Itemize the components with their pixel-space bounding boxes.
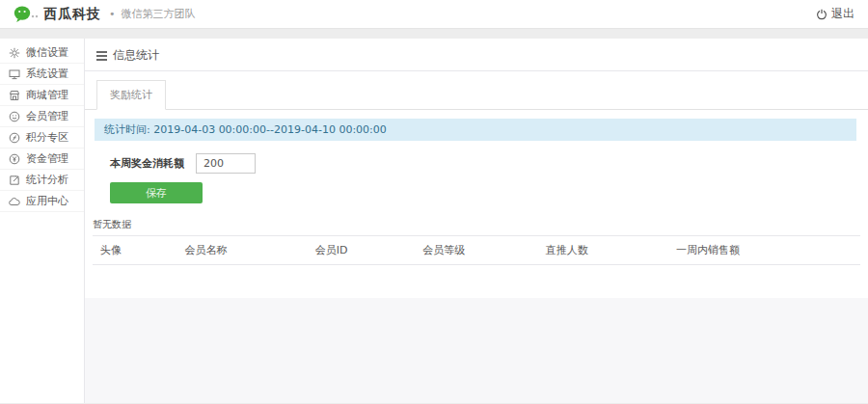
bonus-field-label: 本周奖金消耗额: [110, 156, 184, 171]
power-icon: [816, 9, 827, 20]
store-icon: [9, 90, 20, 101]
stats-icon: [9, 175, 20, 186]
points-icon: [9, 132, 20, 144]
statistics-period-infobar: 统计时间: 2019-04-03 00:00:00--2019-04-10 00…: [95, 119, 856, 141]
sidebar-item-label: 统计分析: [26, 173, 68, 187]
content-card: 信息统计 奖励统计 统计时间: 2019-04-03 00:00:00--201…: [85, 39, 868, 298]
sidebar-item-member-management[interactable]: 会员管理: [0, 106, 84, 127]
desktop-icon: [9, 68, 20, 80]
col-header-avatar: 头像: [93, 236, 177, 265]
brand-title: 西瓜科技: [43, 6, 101, 23]
tab-bar: 奖励统计: [85, 71, 868, 110]
bonus-amount-input[interactable]: [196, 153, 256, 174]
sidebar-item-label: 资金管理: [26, 151, 68, 166]
logout-label: 退出: [831, 6, 854, 22]
cloud-icon: [9, 196, 20, 207]
table-header-row: 头像 会员名称 会员ID 会员等级 直推人数 一周内销售额: [93, 236, 860, 265]
brand: 西瓜科技 • 微信第三方团队: [14, 5, 196, 24]
main-area: 信息统计 奖励统计 统计时间: 2019-04-03 00:00:00--201…: [85, 39, 868, 403]
col-header-member-id: 会员ID: [308, 236, 415, 265]
member-stats-table: 头像 会员名称 会员ID 会员等级 直推人数 一周内销售额: [93, 235, 860, 265]
member-icon: [9, 111, 20, 122]
sidebar-item-label: 积分专区: [26, 130, 68, 145]
page-title: 信息统计: [113, 47, 159, 64]
app-header: 西瓜科技 • 微信第三方团队 退出: [0, 0, 868, 29]
tab-reward-statistics[interactable]: 奖励统计: [96, 80, 166, 110]
sidebar-item-label: 应用中心: [26, 194, 68, 208]
sidebar-item-wechat-settings[interactable]: 微信设置: [0, 42, 84, 64]
logout-button[interactable]: 退出: [816, 6, 854, 22]
page-title-bar: 信息统计: [85, 39, 868, 71]
money-icon: [9, 153, 20, 165]
sidebar-item-statistics[interactable]: 统计分析: [0, 170, 84, 191]
no-data-text: 暂无数据: [93, 218, 868, 231]
col-header-member-name: 会员名称: [177, 236, 308, 265]
col-header-member-level: 会员等级: [415, 236, 537, 265]
sidebar: 微信设置 系统设置 商城管理 会员管理 积分专区: [0, 39, 85, 403]
col-header-weekly-sales: 一周内销售额: [668, 236, 860, 265]
sidebar-item-label: 会员管理: [26, 109, 68, 123]
page-layout: 微信设置 系统设置 商城管理 会员管理 积分专区: [0, 39, 868, 403]
sidebar-item-points-zone[interactable]: 积分专区: [0, 127, 84, 148]
sidebar-item-label: 商城管理: [26, 88, 68, 102]
gear-icon: [9, 47, 20, 59]
sidebar-item-label: 系统设置: [26, 67, 68, 81]
wechat-logo-icon: [14, 5, 39, 24]
save-button[interactable]: 保存: [110, 182, 203, 203]
sidebar-item-mall-management[interactable]: 商城管理: [0, 85, 84, 106]
sidebar-item-label: 微信设置: [26, 45, 68, 60]
sidebar-item-app-center[interactable]: 应用中心: [0, 191, 84, 212]
brand-separator: •: [109, 8, 116, 20]
brand-subtitle: 微信第三方团队: [122, 7, 196, 21]
sidebar-item-funds-management[interactable]: 资金管理: [0, 148, 84, 170]
bonus-form-row: 本周奖金消耗额: [110, 153, 868, 174]
list-icon: [96, 49, 107, 63]
sidebar-item-system-settings[interactable]: 系统设置: [0, 64, 84, 85]
col-header-direct-referrals: 直推人数: [538, 236, 668, 265]
